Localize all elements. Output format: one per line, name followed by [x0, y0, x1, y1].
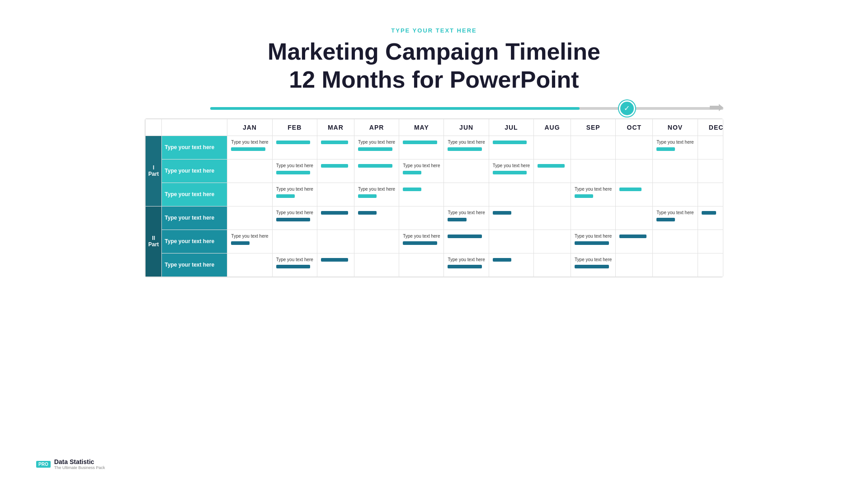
gantt-cell: Type you text here: [227, 230, 272, 253]
gantt-bar: [448, 147, 482, 151]
gantt-cell: Type you text here: [653, 136, 698, 159]
gantt-cell: [616, 253, 653, 277]
gantt-cell: [227, 159, 272, 183]
gantt-cell: [317, 206, 354, 230]
gantt-cell: [616, 206, 653, 230]
logo-name: Data Statistic: [54, 458, 105, 465]
gantt-cell: [354, 206, 399, 230]
timeline-progress: [210, 107, 580, 110]
gantt-cell: [227, 206, 272, 230]
cell-label: Type you text here: [575, 187, 612, 192]
gantt-cell: [698, 253, 723, 277]
row-label: Type your text here: [162, 136, 227, 159]
gantt-bar: [358, 164, 392, 168]
table-row: IPartType your text hereType you text he…: [146, 136, 724, 159]
gantt-bar: [493, 171, 527, 174]
cell-label: Type you text here: [656, 140, 693, 145]
month-header-row: JAN FEB MAR APR MAY JUN JUL AUG SEP OCT …: [146, 119, 724, 136]
gantt-cell: Type you text here: [272, 253, 317, 277]
month-jul: JUL: [489, 119, 533, 136]
row-label: Type your text here: [162, 206, 227, 230]
gantt-bar: [231, 241, 250, 245]
gantt-cell: [571, 159, 616, 183]
month-feb: FEB: [272, 119, 317, 136]
title-line1: Marketing Campaign Timeline: [268, 38, 600, 65]
gantt-cell: [227, 183, 272, 206]
table-row: Type your text hereType you text hereTyp…: [146, 159, 724, 183]
gantt-cell: [354, 159, 399, 183]
gantt-cell: [444, 230, 489, 253]
logo-tagline: The Ultimate Business Pack: [54, 465, 105, 470]
gantt-cell: [489, 206, 533, 230]
gantt-bar: [403, 141, 437, 144]
cell-label: Type you text here: [575, 234, 612, 239]
gantt-bar: [702, 211, 717, 215]
gantt-bar: [358, 211, 377, 215]
gantt-bar: [276, 218, 311, 221]
gantt-cell: Type you text here: [653, 206, 698, 230]
cell-label: Type you text here: [231, 234, 268, 239]
gantt-cell: [616, 136, 653, 159]
row-label: Type your text here: [162, 230, 227, 253]
month-aug: AUG: [534, 119, 571, 136]
gantt-cell: [534, 159, 571, 183]
row-label-header: [162, 119, 227, 136]
gantt-bar: [493, 211, 511, 215]
gantt-cell: [653, 253, 698, 277]
cell-label: Type you text here: [656, 210, 693, 216]
gantt-cell: [534, 230, 571, 253]
gantt-cell: [489, 183, 533, 206]
pro-badge: PRO: [36, 461, 51, 468]
gantt-cell: [653, 159, 698, 183]
gantt-bar: [321, 211, 348, 215]
gantt-cell: [489, 136, 533, 159]
gantt-cell: [653, 183, 698, 206]
gantt-cell: [227, 253, 272, 277]
gantt-bar: [321, 258, 348, 262]
gantt-bar: [403, 241, 437, 245]
month-apr: APR: [354, 119, 399, 136]
month-jun: JUN: [444, 119, 489, 136]
cell-label: Type you text here: [448, 257, 485, 263]
cell-label: Type you text here: [358, 140, 395, 145]
gantt-cell: Type you text here: [354, 183, 399, 206]
row-label: Type your text here: [162, 253, 227, 277]
gantt-cell: [653, 230, 698, 253]
gantt-cell: Type you text here: [571, 183, 616, 206]
timeline-bar: ✓: [145, 103, 723, 114]
gantt-bar: [321, 164, 348, 168]
gantt-bar: [619, 235, 646, 238]
gantt-cell: [317, 230, 354, 253]
table-row: Type your text hereType you text hereTyp…: [146, 253, 724, 277]
month-nov: NOV: [653, 119, 698, 136]
gantt-bar: [276, 171, 311, 174]
gantt-cell: [354, 253, 399, 277]
header-title: Marketing Campaign Timeline 12 Months fo…: [268, 38, 600, 94]
gantt-cell: [399, 206, 444, 230]
arrow-right-icon: [710, 104, 723, 111]
gantt-cell: [317, 159, 354, 183]
gantt-cell: [317, 253, 354, 277]
gantt-bar: [448, 265, 482, 268]
timeline-checkmark: ✓: [619, 100, 635, 117]
gantt-cell: [534, 206, 571, 230]
gantt-cell: Type you text here: [227, 136, 272, 159]
gantt-cell: Type you text here: [444, 253, 489, 277]
cell-label: Type you text here: [575, 257, 612, 263]
gantt-cell: [272, 230, 317, 253]
gantt-cell: [489, 230, 533, 253]
gantt-bar: [493, 141, 527, 144]
gantt-bar: [656, 218, 675, 221]
part-label-2: IIPart: [146, 206, 162, 277]
gantt-cell: [272, 136, 317, 159]
cell-label: Type you text here: [276, 187, 313, 192]
logo-text: Data Statistic The Ultimate Business Pac…: [54, 458, 105, 470]
gantt-bar: [276, 141, 311, 144]
gantt-cell: [534, 253, 571, 277]
cell-label: Type you text here: [403, 234, 440, 239]
gantt-cell: Type you text here: [272, 183, 317, 206]
row-label: Type your text here: [162, 159, 227, 183]
gantt-bar: [493, 258, 511, 262]
gantt-bar: [448, 235, 482, 238]
month-jan: JAN: [227, 119, 272, 136]
